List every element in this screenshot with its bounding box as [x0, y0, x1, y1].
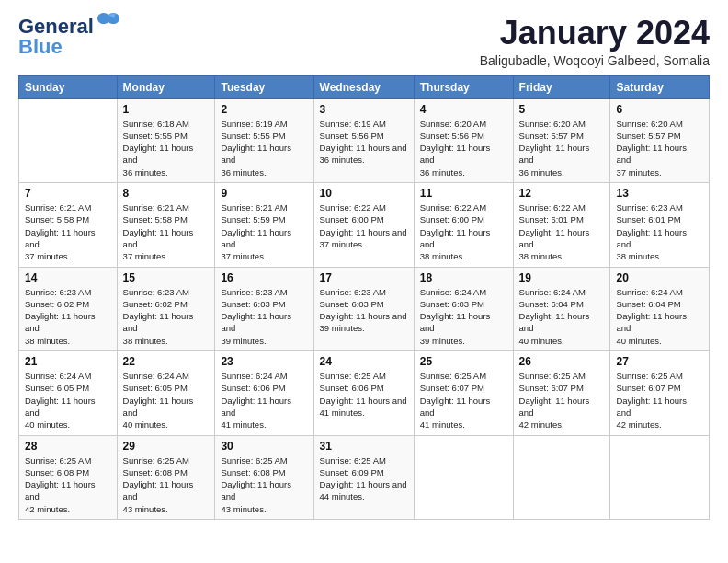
page: General Blue January 2024 Baligubadle, W…	[0, 0, 728, 529]
calendar-cell: 11 Sunrise: 6:22 AMSunset: 6:00 PMDaylig…	[414, 183, 513, 267]
calendar-cell: 28 Sunrise: 6:25 AMSunset: 6:08 PMDaylig…	[19, 435, 118, 519]
logo-bird-icon	[96, 11, 121, 31]
day-number: 31	[320, 440, 408, 453]
day-info: Sunrise: 6:20 AMSunset: 5:57 PMDaylight:…	[519, 118, 605, 178]
title-block: January 2024 Baligubadle, Woqooyi Galbee…	[480, 15, 710, 68]
header-day: Sunday	[19, 75, 118, 98]
day-number: 17	[320, 271, 408, 284]
day-info: Sunrise: 6:20 AMSunset: 5:56 PMDaylight:…	[420, 118, 507, 178]
logo-blue: Blue	[18, 37, 63, 57]
calendar-cell: 1 Sunrise: 6:18 AMSunset: 5:55 PMDayligh…	[117, 98, 215, 182]
calendar-cell: 31 Sunrise: 6:25 AMSunset: 6:09 PMDaylig…	[313, 435, 414, 519]
day-info: Sunrise: 6:24 AMSunset: 6:03 PMDaylight:…	[420, 286, 507, 347]
calendar-cell: 4 Sunrise: 6:20 AMSunset: 5:56 PMDayligh…	[414, 98, 513, 182]
calendar-cell: 10 Sunrise: 6:22 AMSunset: 6:00 PMDaylig…	[313, 183, 414, 267]
calendar-cell: 8 Sunrise: 6:21 AMSunset: 5:58 PMDayligh…	[117, 183, 215, 267]
calendar-cell: 13 Sunrise: 6:23 AMSunset: 6:01 PMDaylig…	[610, 183, 710, 267]
day-number: 28	[25, 440, 111, 453]
day-number: 27	[616, 355, 703, 368]
calendar-cell	[513, 435, 610, 519]
day-info: Sunrise: 6:23 AMSunset: 6:03 PMDaylight:…	[221, 286, 307, 347]
header-day: Thursday	[414, 75, 513, 98]
day-number: 8	[123, 187, 210, 200]
month-title: January 2024	[480, 15, 710, 52]
day-info: Sunrise: 6:22 AMSunset: 6:00 PMDaylight:…	[320, 201, 408, 250]
header: General Blue January 2024 Baligubadle, W…	[18, 15, 710, 68]
day-info: Sunrise: 6:25 AMSunset: 6:08 PMDaylight:…	[123, 454, 210, 515]
day-info: Sunrise: 6:25 AMSunset: 6:07 PMDaylight:…	[519, 370, 605, 431]
calendar-cell: 16 Sunrise: 6:23 AMSunset: 6:03 PMDaylig…	[215, 267, 313, 350]
day-number: 1	[123, 103, 210, 116]
day-info: Sunrise: 6:23 AMSunset: 6:03 PMDaylight:…	[320, 286, 408, 335]
day-info: Sunrise: 6:21 AMSunset: 5:58 PMDaylight:…	[25, 201, 111, 262]
location: Baligubadle, Woqooyi Galbeed, Somalia	[480, 53, 710, 68]
day-info: Sunrise: 6:22 AMSunset: 6:01 PMDaylight:…	[519, 201, 605, 262]
calendar-cell: 25 Sunrise: 6:25 AMSunset: 6:07 PMDaylig…	[414, 351, 513, 435]
calendar-cell: 27 Sunrise: 6:25 AMSunset: 6:07 PMDaylig…	[610, 351, 710, 435]
calendar-cell: 15 Sunrise: 6:23 AMSunset: 6:02 PMDaylig…	[117, 267, 215, 350]
calendar-cell: 17 Sunrise: 6:23 AMSunset: 6:03 PMDaylig…	[313, 267, 414, 350]
calendar-cell: 9 Sunrise: 6:21 AMSunset: 5:59 PMDayligh…	[215, 183, 313, 267]
calendar-cell: 21 Sunrise: 6:24 AMSunset: 6:05 PMDaylig…	[19, 351, 118, 435]
day-number: 14	[25, 271, 111, 284]
calendar-cell: 7 Sunrise: 6:21 AMSunset: 5:58 PMDayligh…	[19, 183, 118, 267]
calendar-cell	[610, 435, 710, 519]
day-info: Sunrise: 6:25 AMSunset: 6:06 PMDaylight:…	[320, 370, 408, 419]
day-info: Sunrise: 6:23 AMSunset: 6:01 PMDaylight:…	[616, 201, 703, 262]
day-info: Sunrise: 6:20 AMSunset: 5:57 PMDaylight:…	[616, 118, 703, 178]
day-info: Sunrise: 6:25 AMSunset: 6:08 PMDaylight:…	[25, 454, 111, 515]
calendar-cell: 5 Sunrise: 6:20 AMSunset: 5:57 PMDayligh…	[513, 98, 610, 182]
day-number: 6	[616, 103, 703, 116]
day-number: 22	[123, 355, 210, 368]
day-info: Sunrise: 6:24 AMSunset: 6:04 PMDaylight:…	[519, 286, 605, 347]
header-day: Monday	[117, 75, 215, 98]
week-row: 1 Sunrise: 6:18 AMSunset: 5:55 PMDayligh…	[19, 98, 710, 182]
header-day: Wednesday	[313, 75, 414, 98]
day-info: Sunrise: 6:23 AMSunset: 6:02 PMDaylight:…	[123, 286, 210, 347]
day-number: 9	[221, 187, 307, 200]
day-info: Sunrise: 6:25 AMSunset: 6:07 PMDaylight:…	[616, 370, 703, 431]
day-number: 2	[221, 103, 307, 116]
day-number: 30	[221, 440, 307, 453]
day-number: 18	[420, 271, 507, 284]
calendar-table: SundayMondayTuesdayWednesdayThursdayFrid…	[18, 75, 710, 520]
day-number: 10	[320, 187, 408, 200]
header-day: Tuesday	[215, 75, 313, 98]
header-day: Friday	[513, 75, 610, 98]
day-info: Sunrise: 6:21 AMSunset: 5:58 PMDaylight:…	[123, 201, 210, 262]
day-info: Sunrise: 6:18 AMSunset: 5:55 PMDaylight:…	[123, 118, 210, 178]
calendar-cell: 3 Sunrise: 6:19 AMSunset: 5:56 PMDayligh…	[313, 98, 414, 182]
week-row: 14 Sunrise: 6:23 AMSunset: 6:02 PMDaylig…	[19, 267, 710, 350]
day-number: 3	[320, 103, 408, 116]
week-row: 28 Sunrise: 6:25 AMSunset: 6:08 PMDaylig…	[19, 435, 710, 519]
calendar-cell: 6 Sunrise: 6:20 AMSunset: 5:57 PMDayligh…	[610, 98, 710, 182]
day-number: 24	[320, 355, 408, 368]
day-info: Sunrise: 6:19 AMSunset: 5:55 PMDaylight:…	[221, 118, 307, 178]
day-info: Sunrise: 6:23 AMSunset: 6:02 PMDaylight:…	[25, 286, 111, 347]
calendar-cell: 23 Sunrise: 6:24 AMSunset: 6:06 PMDaylig…	[215, 351, 313, 435]
day-number: 16	[221, 271, 307, 284]
day-info: Sunrise: 6:24 AMSunset: 6:05 PMDaylight:…	[123, 370, 210, 431]
calendar-cell: 29 Sunrise: 6:25 AMSunset: 6:08 PMDaylig…	[117, 435, 215, 519]
calendar-cell: 22 Sunrise: 6:24 AMSunset: 6:05 PMDaylig…	[117, 351, 215, 435]
calendar-cell: 19 Sunrise: 6:24 AMSunset: 6:04 PMDaylig…	[513, 267, 610, 350]
day-number: 19	[519, 271, 605, 284]
day-number: 7	[25, 187, 111, 200]
calendar-cell: 18 Sunrise: 6:24 AMSunset: 6:03 PMDaylig…	[414, 267, 513, 350]
week-row: 7 Sunrise: 6:21 AMSunset: 5:58 PMDayligh…	[19, 183, 710, 267]
day-number: 15	[123, 271, 210, 284]
day-info: Sunrise: 6:25 AMSunset: 6:09 PMDaylight:…	[320, 454, 408, 503]
calendar-cell	[414, 435, 513, 519]
day-info: Sunrise: 6:24 AMSunset: 6:04 PMDaylight:…	[616, 286, 703, 347]
calendar-cell: 30 Sunrise: 6:25 AMSunset: 6:08 PMDaylig…	[215, 435, 313, 519]
day-number: 20	[616, 271, 703, 284]
header-day: Saturday	[610, 75, 710, 98]
calendar-cell: 14 Sunrise: 6:23 AMSunset: 6:02 PMDaylig…	[19, 267, 118, 350]
header-row: SundayMondayTuesdayWednesdayThursdayFrid…	[19, 75, 710, 98]
day-info: Sunrise: 6:24 AMSunset: 6:06 PMDaylight:…	[221, 370, 307, 431]
day-info: Sunrise: 6:24 AMSunset: 6:05 PMDaylight:…	[25, 370, 111, 431]
day-info: Sunrise: 6:19 AMSunset: 5:56 PMDaylight:…	[320, 118, 408, 167]
logo: General Blue	[18, 15, 121, 57]
day-number: 4	[420, 103, 507, 116]
day-info: Sunrise: 6:25 AMSunset: 6:07 PMDaylight:…	[420, 370, 507, 431]
